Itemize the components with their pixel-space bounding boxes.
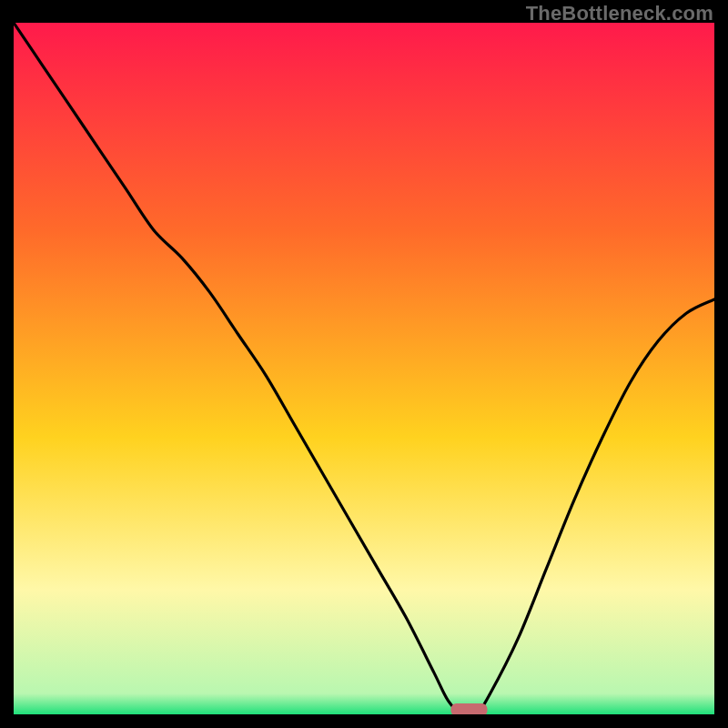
- plot-area: [14, 23, 714, 714]
- chart-frame: TheBottleneck.com: [0, 0, 728, 728]
- gradient-background: [14, 23, 714, 714]
- bottleneck-chart: [14, 23, 714, 714]
- optimal-marker: [451, 703, 488, 714]
